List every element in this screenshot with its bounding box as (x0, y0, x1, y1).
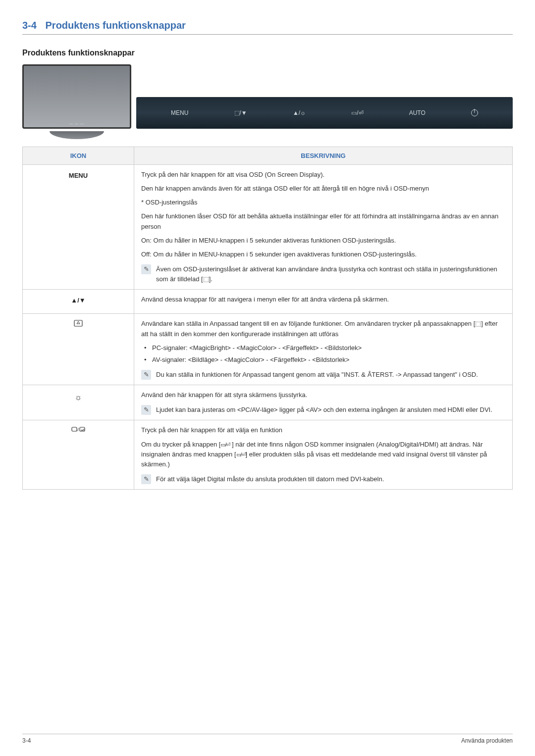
section-title: Produktens funktionsknappar (46, 20, 186, 31)
desc-updown-cell: Använd dessa knappar för att navigera i … (134, 290, 513, 314)
brightness-p1: Använd den här knappen för att styra skä… (141, 390, 505, 400)
custom-p1: Användare kan ställa in Anpassad tangent… (141, 319, 505, 339)
brightness-note-text: Ljudet kan bara justeras om <PC/AV-läge>… (156, 405, 492, 415)
ikon-updown-label: ▲/▼ (71, 297, 85, 304)
ikon-brightness-cell: ☼ (23, 385, 134, 420)
device-illustration: — — — MENU ⬚/▼ ▲/☼ ▭/⏎ AUTO (22, 64, 513, 129)
custom-key-icon (74, 320, 83, 330)
table-row: / Tryck på den här knappen för att välja… (23, 420, 513, 490)
note-icon: ✎ (141, 264, 151, 274)
desc-brightness-cell: Använd den här knappen för att styra skä… (134, 385, 513, 420)
source-p1: Tryck på den här knappen för att välja e… (141, 425, 505, 435)
col-ikon-header: IKON (23, 147, 134, 165)
monitor-bezel-label: — — — (69, 122, 84, 125)
table-row: Användare kan ställa in Anpassad tangent… (23, 314, 513, 385)
source-enter-icon: / (71, 427, 85, 435)
table-row: ▲/▼ Använd dessa knappar för att naviger… (23, 290, 513, 314)
source-p2: Om du trycker på knappen [▭/⏎ ] när det … (141, 440, 505, 469)
ikon-custom-cell (23, 314, 134, 385)
desc-source-cell: Tryck på den här knappen för att välja e… (134, 420, 513, 490)
page-footer: 3-4 Använda produkten (22, 734, 513, 744)
panel-custom-down-label: ⬚/▼ (234, 109, 247, 116)
description-table: IKON BESKRIVNING MENU Tryck på den här k… (22, 147, 513, 490)
power-icon (471, 109, 478, 116)
custom-note-text: Du kan ställa in funktionen för Anpassad… (156, 370, 478, 380)
col-beskrivning-header: BESKRIVNING (134, 147, 513, 165)
panel-menu-label: MENU (171, 109, 188, 116)
subheading: Produktens funktionsknappar (22, 49, 513, 57)
source-note: ✎ För att välja läget Digital måste du a… (141, 474, 505, 484)
custom-li2: AV-signaler: <Bildläge> - <MagicColor> -… (144, 355, 505, 365)
ikon-menu-cell: MENU (23, 165, 134, 290)
menu-p4: Den här funktionen låser OSD för att beh… (141, 211, 505, 231)
desc-menu-cell: Tryck på den här knappen för att visa OS… (134, 165, 513, 290)
ikon-source-cell: / (23, 420, 134, 490)
source-note-text: För att välja läget Digital måste du ans… (156, 474, 384, 484)
panel-up-brightness-label: ▲/☼ (293, 109, 306, 116)
menu-p1: Tryck på den här knappen för att visa OS… (141, 170, 505, 180)
menu-note-text: Även om OSD-justeringslåset är aktiverat… (156, 264, 505, 284)
svg-marker-1 (77, 321, 80, 324)
note-icon: ✎ (141, 370, 151, 380)
svg-marker-5 (81, 430, 82, 431)
section-number: 3-4 (22, 20, 37, 31)
panel-source-enter-label: ▭/⏎ (351, 109, 363, 116)
note-icon: ✎ (141, 405, 151, 415)
svg-rect-2 (72, 427, 77, 431)
menu-p3: * OSD-justeringslås (141, 198, 505, 207)
custom-note: ✎ Du kan ställa in funktionen för Anpass… (141, 370, 505, 380)
svg-text:/: / (78, 427, 79, 432)
footer-divider (22, 734, 513, 734)
inline-source-icon: ▭/⏎ (220, 442, 230, 448)
desc-custom-cell: Användare kan ställa in Anpassad tangent… (134, 314, 513, 385)
table-row: MENU Tryck på den här knappen för att vi… (23, 165, 513, 290)
footer-right: Använda produkten (461, 737, 513, 744)
custom-list: PC-signaler: <MagicBright> - <MagicColor… (141, 343, 505, 365)
inline-source-icon: ▭/⏎ (236, 452, 246, 457)
menu-p2: Den här knappen används även för att stä… (141, 184, 505, 194)
source-p2a: Om du trycker på knappen [ (141, 441, 220, 448)
menu-p5: On: Om du håller in MENU-knappen i 5 sek… (141, 236, 505, 246)
footer-left: 3-4 (22, 737, 31, 744)
brightness-note: ✎ Ljudet kan bara justeras om <PC/AV-läg… (141, 405, 505, 415)
menu-p6: Off: Om du håller in MENU-knappen i 5 se… (141, 250, 505, 259)
custom-li1: PC-signaler: <MagicBright> - <MagicColor… (144, 343, 505, 353)
brightness-icon: ☼ (74, 393, 82, 402)
table-row: ☼ Använd den här knappen för att styra s… (23, 385, 513, 420)
heading-divider (22, 34, 513, 35)
monitor-graphic: — — — (22, 64, 131, 129)
menu-note: ✎ Även om OSD-justeringslåset är aktiver… (141, 264, 505, 284)
ikon-menu-label: MENU (69, 172, 88, 179)
ikon-updown-cell: ▲/▼ (23, 290, 134, 314)
button-panel-graphic: MENU ⬚/▼ ▲/☼ ▭/⏎ AUTO (136, 97, 513, 129)
note-icon: ✎ (141, 474, 151, 484)
updown-p1: Använd dessa knappar för att navigera i … (141, 295, 505, 304)
panel-auto-label: AUTO (409, 109, 426, 116)
